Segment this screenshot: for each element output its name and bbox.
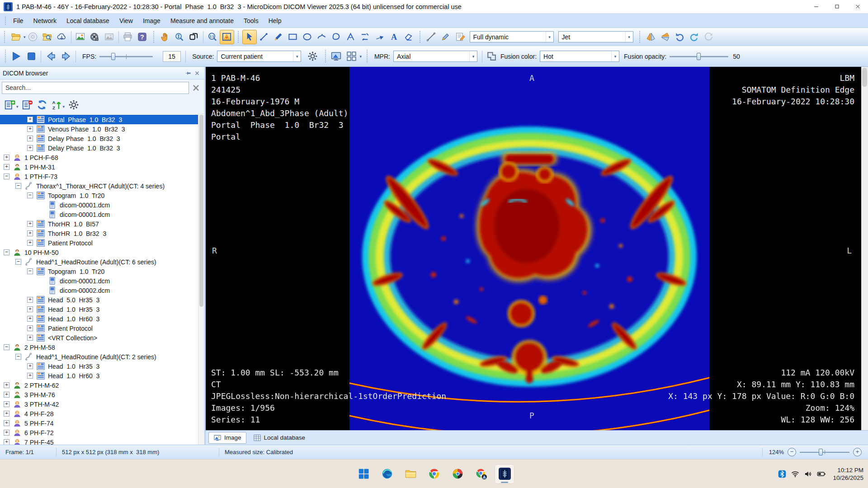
tree-row[interactable]: dicom-00001.dcm bbox=[0, 276, 198, 286]
measure-line-button[interactable] bbox=[257, 30, 271, 44]
draw-closed-curve-button[interactable] bbox=[329, 30, 344, 44]
zoom-slider-thumb[interactable] bbox=[819, 449, 823, 455]
wl-line-button[interactable] bbox=[424, 30, 439, 44]
fusion-opacity-slider[interactable] bbox=[670, 52, 728, 61]
tree-row[interactable]: +Head 5.0 Hr35 3 bbox=[0, 295, 198, 305]
tree-row[interactable]: −Thorax^1_Thorax_HRCT (Adult)(CT: 4 seri… bbox=[0, 181, 198, 191]
tab-local-database[interactable]: Local database bbox=[248, 432, 311, 444]
draw-polyline-button[interactable] bbox=[271, 30, 286, 44]
next-image-button[interactable] bbox=[58, 49, 74, 64]
menu-item-file[interactable]: File bbox=[8, 15, 28, 27]
image-viewport[interactable]: 1 PAB-M-4624142516-February-1976 MAbdome… bbox=[206, 67, 868, 430]
expander-toggle[interactable]: + bbox=[4, 155, 9, 160]
copy-image-button[interactable] bbox=[102, 30, 117, 44]
flip-horizontal-button[interactable] bbox=[644, 30, 658, 44]
taskbar-chrome-button[interactable] bbox=[424, 464, 444, 484]
fps-slider[interactable] bbox=[99, 52, 153, 61]
menu-item-help[interactable]: Help bbox=[264, 15, 287, 27]
tree-row[interactable]: +Patient Protocol bbox=[0, 324, 198, 333]
tree-row[interactable]: +ThorHR 1.0 Br32 3 bbox=[0, 229, 198, 238]
expander-toggle[interactable]: + bbox=[27, 306, 33, 312]
expander-toggle[interactable]: + bbox=[4, 420, 9, 426]
flip-vertical-button[interactable] bbox=[658, 30, 673, 44]
maximize-button[interactable] bbox=[826, 0, 847, 13]
tree-row[interactable]: +Head 1.0 Hr35 3 bbox=[0, 361, 198, 371]
taskbar-microdicom-button[interactable] bbox=[495, 464, 514, 484]
tree-row[interactable]: +5 PH-F-74 bbox=[0, 418, 198, 428]
expander-toggle[interactable]: + bbox=[4, 164, 9, 170]
remove-from-list-button[interactable] bbox=[20, 98, 35, 112]
tree-row[interactable]: −10 PH-M-50 bbox=[0, 248, 198, 257]
bluetooth-icon[interactable] bbox=[778, 469, 787, 479]
rotate-free-button[interactable] bbox=[702, 30, 716, 44]
open-cd-button[interactable] bbox=[26, 30, 40, 44]
export-video-button[interactable] bbox=[88, 30, 102, 44]
pan-hand-button[interactable] bbox=[158, 30, 172, 44]
battery-icon[interactable] bbox=[817, 469, 826, 479]
expander-toggle[interactable]: + bbox=[27, 363, 33, 369]
menu-item-image[interactable]: Image bbox=[138, 15, 165, 27]
palette-select[interactable]: Jet▾ bbox=[558, 31, 633, 42]
source-select[interactable]: Current patient ▾ bbox=[217, 51, 301, 62]
expander-toggle[interactable]: + bbox=[27, 136, 33, 141]
stop-button[interactable] bbox=[24, 49, 39, 64]
taskbar-file-explorer-button[interactable] bbox=[401, 464, 420, 484]
open-folder-search-button[interactable] bbox=[40, 30, 55, 44]
wl-pencil-button[interactable] bbox=[439, 30, 453, 44]
tree-row[interactable]: dicom-00001.dcm bbox=[0, 200, 198, 210]
tree-row[interactable]: −2 PH-M-58 bbox=[0, 343, 198, 352]
menu-item-view[interactable]: View bbox=[114, 15, 138, 27]
zoom-slider[interactable] bbox=[800, 448, 849, 456]
expander-toggle[interactable]: + bbox=[4, 439, 9, 445]
draw-rectangle-button[interactable] bbox=[286, 30, 300, 44]
chevron-down-icon[interactable]: ▾ bbox=[63, 104, 65, 109]
expander-toggle[interactable]: + bbox=[27, 117, 33, 122]
expander-toggle[interactable]: + bbox=[4, 382, 9, 388]
cloud-download-button[interactable] bbox=[55, 30, 69, 44]
play-button[interactable] bbox=[8, 49, 24, 64]
expander-toggle[interactable]: + bbox=[27, 126, 33, 132]
tree-row[interactable]: dicom-00002.dcm bbox=[0, 286, 198, 295]
zoom-out-button[interactable]: − bbox=[788, 448, 796, 456]
draw-text-button[interactable]: A bbox=[387, 30, 401, 44]
tree-row[interactable]: −Topogram 1.0 Tr20 bbox=[0, 191, 198, 200]
expander-toggle[interactable]: + bbox=[27, 221, 33, 227]
measure-angle-button[interactable] bbox=[344, 30, 358, 44]
ct-image[interactable] bbox=[349, 67, 709, 430]
tree-row[interactable]: +3 PH-M-76 bbox=[0, 390, 198, 399]
taskbar-clock[interactable]: 10:12 PM 10/26/2025 bbox=[833, 466, 863, 482]
add-to-list-button[interactable] bbox=[3, 98, 17, 112]
help-button[interactable]: ? bbox=[135, 30, 150, 44]
close-button[interactable] bbox=[847, 0, 868, 13]
expander-toggle[interactable]: + bbox=[27, 240, 33, 246]
expander-toggle[interactable]: + bbox=[27, 316, 33, 322]
minimize-button[interactable] bbox=[806, 0, 826, 13]
tree-row[interactable]: +1 PH-M-31 bbox=[0, 162, 198, 172]
tree-row[interactable]: −Head^1_HeadRoutine (Adult)(CT: 2 series… bbox=[0, 352, 198, 361]
expander-toggle[interactable]: − bbox=[4, 249, 9, 255]
chevron-down-icon[interactable]: ▾ bbox=[24, 35, 26, 39]
wifi-icon[interactable] bbox=[791, 469, 800, 479]
search-input[interactable] bbox=[2, 82, 189, 94]
expander-toggle[interactable]: + bbox=[4, 392, 9, 398]
expander-toggle[interactable]: − bbox=[15, 259, 21, 265]
panel-close-icon[interactable] bbox=[193, 69, 202, 78]
expander-toggle[interactable]: + bbox=[27, 297, 33, 303]
tree-row[interactable]: +Head 1.0 Hr35 3 bbox=[0, 305, 198, 314]
expander-toggle[interactable]: − bbox=[15, 183, 21, 189]
tab-image[interactable]: Image bbox=[208, 432, 246, 444]
menu-item-local-database[interactable]: Local database bbox=[61, 15, 114, 27]
browser-settings-button[interactable] bbox=[66, 98, 81, 112]
rotate-left-button[interactable] bbox=[673, 30, 687, 44]
taskbar-chrome-labs-button[interactable] bbox=[471, 464, 491, 484]
mpr-select[interactable]: Axial ▾ bbox=[393, 51, 477, 62]
measure-cobb-angle-button[interactable] bbox=[358, 30, 373, 44]
export-image-button[interactable] bbox=[73, 30, 88, 44]
expander-toggle[interactable]: + bbox=[4, 401, 9, 407]
tree-row[interactable]: +Head 1.0 Hr60 3 bbox=[0, 371, 198, 380]
wl-edit-button[interactable] bbox=[453, 30, 467, 44]
scrollbar-thumb[interactable] bbox=[199, 115, 203, 307]
grid-layout-button[interactable] bbox=[344, 49, 359, 64]
pointer-tool-button[interactable] bbox=[242, 30, 257, 44]
window-preset-select[interactable]: Full dynamic▾ bbox=[470, 31, 554, 42]
